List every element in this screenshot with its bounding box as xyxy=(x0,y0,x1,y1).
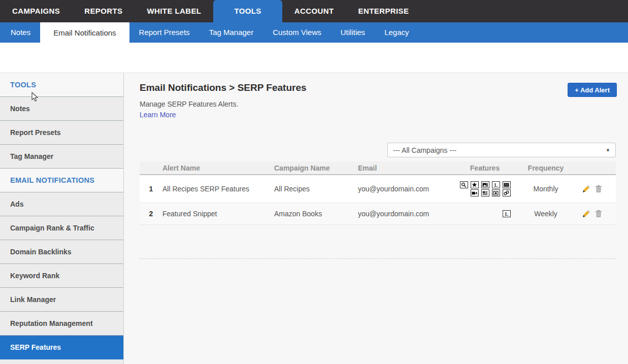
top-nav-campaigns[interactable]: CAMPAIGNS xyxy=(0,0,72,22)
header-features: Features xyxy=(447,164,523,172)
sidebar-item-report-presets[interactable]: Report Presets xyxy=(0,121,123,145)
chevron-down-icon: ▼ xyxy=(606,148,610,153)
image-pack-icon xyxy=(481,181,489,188)
dashed-separator xyxy=(140,258,616,259)
sidebar: TOOLSNotesReport PresetsTag ManagerEMAIL… xyxy=(0,73,124,364)
top-nav-account[interactable]: ACCOUNT xyxy=(282,0,346,22)
sub-nav-email-notifications[interactable]: Email Notifications xyxy=(40,22,129,45)
alert-name-cell: Featured Snippet xyxy=(162,210,274,218)
main-panel: Email Notifications > SERP Features Mana… xyxy=(124,73,628,364)
news-icon xyxy=(481,189,489,196)
video-carousel-icon xyxy=(503,181,511,188)
sidebar-item-keyword-rank[interactable]: Keyword Rank xyxy=(0,264,123,288)
video-icon xyxy=(471,189,479,196)
sidebar-item-domain-backlinks[interactable]: Domain Backlinks xyxy=(0,240,123,264)
row-number: 2 xyxy=(140,210,162,218)
campaign-filter-select[interactable]: --- All Campaigns --- ▼ xyxy=(387,143,616,157)
header-spacer xyxy=(0,43,628,73)
header-email: Email xyxy=(358,164,447,172)
sidebar-item-reputation-management[interactable]: Reputation Management xyxy=(0,312,123,336)
search-icon xyxy=(460,181,468,188)
campaign-name-cell: All Recipes xyxy=(274,185,358,193)
featured-snippet-icon xyxy=(492,189,500,196)
actions-cell xyxy=(569,210,616,218)
sidebar-section-tools: TOOLS xyxy=(0,73,123,97)
sidebar-section-email-notifications: EMAIL NOTIFICATIONS xyxy=(0,169,123,192)
frequency-cell: Weekly xyxy=(523,210,569,218)
alert-name-cell: All Recipes SERP Features xyxy=(162,185,274,193)
frequency-cell: Monthly xyxy=(523,185,569,193)
sub-nav-report-presets[interactable]: Report Presets xyxy=(129,22,200,43)
sidebar-item-tag-manager[interactable]: Tag Manager xyxy=(0,145,123,169)
sub-nav-tag-manager[interactable]: Tag Manager xyxy=(200,22,263,43)
header-frequency: Frequency xyxy=(523,164,569,172)
features-cell: 1. xyxy=(447,181,523,197)
reviews-star-icon xyxy=(471,181,479,188)
add-alert-button[interactable]: + Add Alert xyxy=(568,83,617,97)
edit-pencil-icon[interactable] xyxy=(582,210,590,218)
sidebar-item-ads[interactable]: Ads xyxy=(0,192,123,216)
delete-trash-icon[interactable] xyxy=(595,185,602,193)
svg-text:1.: 1. xyxy=(494,183,498,188)
top-navigation: CAMPAIGNS REPORTS WHITE LABEL TOOLS ACCO… xyxy=(0,0,628,22)
table-header-row: Alert Name Campaign Name Email Features … xyxy=(140,161,616,175)
header-alert-name: Alert Name xyxy=(162,164,274,172)
alerts-table: Alert Name Campaign Name Email Features … xyxy=(140,161,616,225)
sub-nav-custom-views[interactable]: Custom Views xyxy=(263,22,331,43)
content-area: TOOLSNotesReport PresetsTag ManagerEMAIL… xyxy=(0,73,628,364)
page-title: Email Notifications > SERP Features xyxy=(140,82,616,93)
top-nav-tools[interactable]: TOOLS xyxy=(213,0,282,22)
sub-nav-legacy[interactable]: Legacy xyxy=(375,22,418,43)
campaign-filter-value: --- All Campaigns --- xyxy=(393,146,456,154)
header-campaign-name: Campaign Name xyxy=(274,164,358,172)
email-cell: you@yourdomain.com xyxy=(358,210,447,218)
row-number: 1 xyxy=(140,185,162,193)
sidebar-item-link-manager[interactable]: Link Manager xyxy=(0,288,123,312)
email-cell: you@yourdomain.com xyxy=(358,185,447,193)
svg-text:1.: 1. xyxy=(505,212,508,217)
actions-cell xyxy=(569,185,616,193)
delete-trash-icon[interactable] xyxy=(595,210,602,218)
filter-row: --- All Campaigns --- ▼ xyxy=(140,143,616,157)
table-row: 1 All Recipes SERP Features All Recipes … xyxy=(140,175,616,203)
one-box-icon: 1. xyxy=(492,181,500,188)
sub-nav-utilities[interactable]: Utilities xyxy=(331,22,375,43)
campaign-name-cell: Amazon Books xyxy=(274,210,358,218)
sidebar-item-serp-features[interactable]: SERP Features xyxy=(0,336,123,359)
sitelinks-icon xyxy=(503,189,511,196)
sidebar-item-campaign-rank-traffic[interactable]: Campaign Rank & Traffic xyxy=(0,216,123,240)
features-cell: 1. xyxy=(447,210,523,218)
top-nav-enterprise[interactable]: ENTERPRISE xyxy=(346,0,421,22)
page-subtitle: Manage SERP Features Alerts. xyxy=(140,100,616,108)
sub-navigation: Notes Email Notifications Report Presets… xyxy=(0,22,628,43)
top-nav-white-label[interactable]: WHITE LABEL xyxy=(135,0,213,22)
table-row: 2 Featured Snippet Amazon Books you@your… xyxy=(140,203,616,225)
edit-pencil-icon[interactable] xyxy=(582,185,590,193)
sidebar-item-notes[interactable]: Notes xyxy=(0,97,123,121)
sub-nav-notes[interactable]: Notes xyxy=(1,22,40,43)
one-box-icon: 1. xyxy=(503,210,511,217)
learn-more-link[interactable]: Learn More xyxy=(140,111,176,119)
top-nav-reports[interactable]: REPORTS xyxy=(72,0,135,22)
